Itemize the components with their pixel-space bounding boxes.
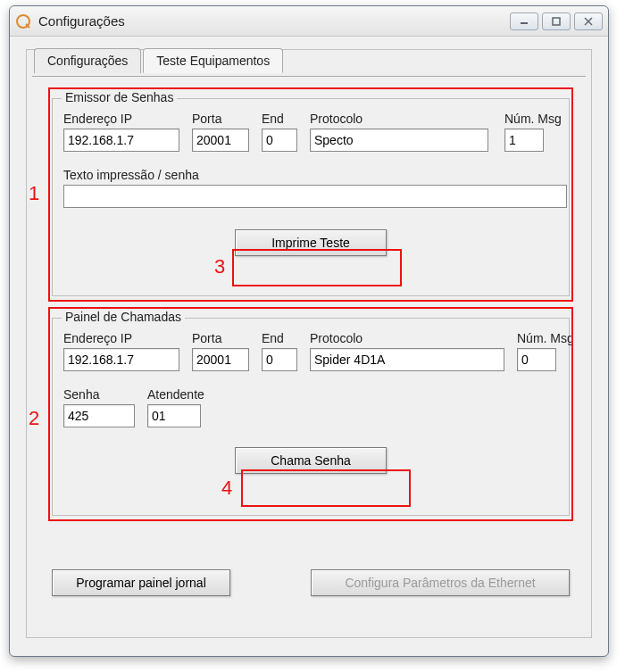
tab-strip: Configurações Teste Equipamentos: [34, 48, 285, 73]
tab-body: Emissor de Senhas Endereço IP Porta End: [32, 76, 586, 630]
emissor-texto-input[interactable]: [63, 185, 567, 208]
painel-senha-label: Senha: [63, 387, 135, 402]
painel-atend-label: Atendente: [147, 387, 219, 402]
group-painel-legend: Painel de Chamadas: [62, 310, 185, 324]
close-button[interactable]: [574, 12, 603, 30]
client-area: Configurações Teste Equipamentos Emissor…: [26, 49, 592, 638]
painel-nmsg-label: Núm. Msg: [517, 331, 571, 345]
painel-proto-label: Protocolo: [310, 331, 504, 345]
painel-end-label: End: [262, 331, 297, 345]
group-painel: Painel de Chamadas Endereço IP Porta End: [52, 318, 570, 516]
annotation-number-1: 1: [29, 182, 39, 205]
configura-ethernet-button[interactable]: Configura Parâmetros da Ethernet: [311, 569, 570, 596]
emissor-porta-label: Porta: [192, 112, 249, 126]
emissor-end-label: End: [262, 112, 297, 126]
painel-porta-label: Porta: [192, 331, 249, 345]
maximize-button[interactable]: [542, 12, 571, 30]
painel-ip-label: Endereço IP: [63, 331, 179, 345]
window-controls: [506, 12, 603, 30]
painel-porta-input[interactable]: [192, 348, 249, 371]
emissor-ip-input[interactable]: [63, 129, 179, 152]
emissor-proto-label: Protocolo: [310, 112, 488, 126]
group-emissor: Emissor de Senhas Endereço IP Porta End: [52, 98, 570, 296]
minimize-button[interactable]: [510, 12, 538, 30]
painel-nmsg-input[interactable]: [517, 348, 556, 371]
window: Configurações Configurações Teste Equipa…: [9, 5, 609, 657]
emissor-nmsg-input[interactable]: [504, 129, 544, 152]
emissor-nmsg-label: Núm. Msg: [504, 112, 558, 126]
group-emissor-legend: Emissor de Senhas: [62, 90, 177, 104]
emissor-ip-label: Endereço IP: [63, 112, 179, 126]
tab-configuracoes[interactable]: Configurações: [34, 48, 141, 73]
painel-end-input[interactable]: [262, 348, 297, 371]
painel-senha-input[interactable]: [63, 404, 135, 427]
painel-atend-input[interactable]: [147, 404, 201, 427]
emissor-end-input[interactable]: [262, 129, 297, 152]
painel-ip-input[interactable]: [63, 348, 179, 371]
window-title: Configurações: [38, 13, 125, 29]
svg-rect-3: [553, 18, 560, 25]
painel-proto-select[interactable]: Spider 4D1A: [310, 348, 504, 371]
titlebar: Configurações: [10, 6, 608, 37]
emissor-porta-input[interactable]: [192, 129, 249, 152]
emissor-texto-label: Texto impressão / senha: [63, 168, 558, 182]
imprime-teste-button[interactable]: Imprime Teste: [235, 229, 387, 256]
annotation-number-2: 2: [29, 407, 39, 430]
tab-teste-equipamentos[interactable]: Teste Equipamentos: [143, 48, 283, 73]
chama-senha-button[interactable]: Chama Senha: [235, 447, 387, 474]
emissor-proto-select[interactable]: Specto: [310, 129, 488, 152]
programar-painel-button[interactable]: Programar painel jornal: [52, 569, 230, 596]
app-icon: [15, 13, 31, 29]
